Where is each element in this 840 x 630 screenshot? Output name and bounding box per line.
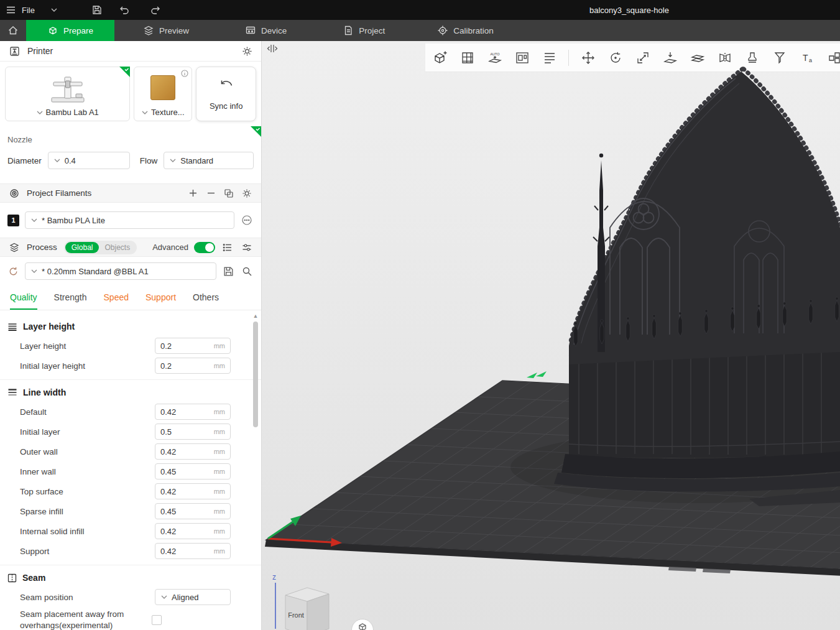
filament-menu-icon[interactable] [240, 213, 254, 227]
line-width-initial-layer-input[interactable]: 0.5mm [155, 424, 231, 440]
process-preset-select[interactable]: * 0.20mm Standard @BBL A1 [25, 262, 216, 280]
hamburger-menu-icon[interactable] [2, 0, 19, 20]
undo-button[interactable] [114, 0, 133, 20]
seam-position-value: Aligned [172, 593, 198, 602]
compare-presets-icon[interactable] [221, 241, 234, 254]
save-button[interactable] [88, 0, 106, 20]
model-gothic-dome[interactable] [554, 69, 840, 492]
customize-settings-icon[interactable] [240, 241, 254, 254]
printer-section-title: Printer [27, 46, 234, 56]
file-menu[interactable]: File [19, 6, 37, 15]
viewport-3d[interactable]: AUTO [262, 41, 840, 630]
tab-preview[interactable]: Preview [129, 20, 203, 41]
sync-info-label: Sync info [210, 101, 242, 111]
tab-calibration[interactable]: Calibration [423, 20, 507, 41]
printer-section-header: Printer [0, 41, 261, 62]
diameter-label: Diameter [7, 156, 42, 165]
flow-value: Standard [180, 156, 213, 165]
process-icon [7, 241, 21, 254]
nozzle-section: Nozzle Diameter 0.4 Flow Standard [0, 126, 261, 183]
remove-filament-button[interactable] [204, 187, 218, 200]
layer-height-input[interactable]: 0.2 mm [155, 338, 231, 354]
main-nav: Prepare Preview Device Project Calibra [0, 20, 840, 41]
flow-select[interactable]: Standard [164, 152, 254, 169]
line-width-top-surface-input[interactable]: 0.42mm [155, 483, 231, 499]
seam-placement-checkbox[interactable] [152, 615, 162, 625]
titlebar: File balcony3_square-hole [0, 0, 840, 20]
process-tab-speed[interactable]: Speed [104, 285, 129, 310]
tab-device[interactable]: Device [231, 20, 300, 41]
plate-thumbnail [150, 75, 175, 100]
line-width-internal-solid-infill-input[interactable]: 0.42mm [155, 523, 231, 539]
setting-row: Layer height 0.2 mm [0, 336, 261, 356]
printer-select-card[interactable]: Bambu Lab A1 [5, 67, 130, 121]
filaments-section-header: Project Filaments [0, 183, 261, 203]
process-tab-quality[interactable]: Quality [10, 285, 37, 310]
titlebar-chevron-down-icon[interactable] [47, 0, 61, 20]
save-preset-icon[interactable] [221, 264, 235, 278]
nozzle-section-title: Nozzle [7, 135, 254, 144]
line-width-inner-wall-input[interactable]: 0.45mm [155, 463, 231, 479]
view-cube[interactable]: Front [279, 580, 335, 630]
preset-row: * 0.20mm Standard @BBL A1 [0, 257, 261, 285]
chevron-down-icon [31, 218, 37, 222]
process-section-header: Process Global Objects Advanced [0, 238, 261, 257]
setting-row: Initial layer height 0.2 mm [0, 356, 261, 376]
tab-project[interactable]: Project [329, 20, 399, 41]
search-preset-icon[interactable] [240, 264, 254, 278]
printer-settings-gear-icon[interactable] [240, 44, 254, 58]
device-icon [245, 25, 256, 36]
filament-settings-gear-icon[interactable] [240, 187, 254, 200]
printer-image [48, 71, 88, 108]
advanced-toggle[interactable] [194, 242, 215, 253]
advanced-label: Advanced [152, 243, 188, 252]
line-width-outer-wall-input[interactable]: 0.42mm [155, 443, 231, 460]
line-width-sparse-infill-input[interactable]: 0.45mm [155, 503, 231, 519]
printer-name: Bambu Lab A1 [46, 108, 99, 117]
chevron-down-icon [142, 111, 148, 114]
line-width-default-input[interactable]: 0.42mm [155, 404, 231, 420]
scrollbar-thumb[interactable] [253, 322, 258, 427]
tab-prepare[interactable]: Prepare [26, 20, 114, 41]
tab-label: Calibration [453, 26, 494, 35]
seam-position-select[interactable]: Aligned [155, 589, 231, 605]
synced-flag-icon [251, 126, 261, 137]
filament-row: 1 * Bambu PLA Lite [0, 203, 261, 238]
nozzle-diameter-select[interactable]: 0.4 [48, 152, 130, 169]
chevron-down-icon [31, 269, 37, 273]
group-header-seam: Seam [0, 567, 261, 587]
line-width-support-input[interactable]: 0.42mm [155, 543, 231, 559]
add-filament-button[interactable] [186, 187, 200, 200]
info-icon[interactable] [181, 70, 188, 77]
home-tab[interactable] [0, 20, 26, 41]
group-title: Layer height [23, 322, 75, 331]
scrollbar-up-arrow[interactable]: ▲ [252, 313, 259, 319]
process-tab-others[interactable]: Others [193, 285, 219, 310]
scope-objects[interactable]: Objects [99, 242, 136, 253]
settings-scroll-area: Layer height Layer height 0.2 mm Initial… [0, 310, 261, 630]
group-title: Line width [23, 387, 66, 397]
flush-volumes-button[interactable] [222, 187, 236, 200]
filament-color-badge[interactable]: 1 [7, 215, 19, 226]
process-scope-toggle[interactable]: Global Objects [64, 241, 137, 254]
tab-label: Preview [159, 26, 189, 35]
chevron-down-icon [37, 111, 43, 114]
redo-button[interactable] [147, 0, 165, 20]
scene-canvas[interactable] [262, 41, 840, 630]
process-tabs: Quality Strength Speed Support Others [0, 285, 261, 310]
filament-select[interactable]: * Bambu PLA Lite [25, 211, 234, 229]
process-tab-support[interactable]: Support [145, 285, 176, 310]
plate-select-card[interactable]: Texture... [134, 67, 192, 121]
chevron-down-icon [161, 595, 167, 599]
synced-flag-icon [119, 67, 130, 77]
settings-scrollbar[interactable]: ▲ [252, 313, 259, 626]
group-header-layer-height: Layer height [0, 315, 261, 336]
filament-name: * Bambu PLA Lite [42, 216, 105, 225]
scope-global[interactable]: Global [65, 242, 99, 253]
reset-preset-icon[interactable] [6, 264, 20, 278]
initial-layer-height-input[interactable]: 0.2 mm [155, 358, 231, 374]
process-section-title: Process [27, 243, 57, 252]
sync-info-button[interactable]: Sync info [196, 67, 256, 121]
process-tab-strength[interactable]: Strength [54, 285, 87, 310]
flow-label: Flow [140, 156, 158, 165]
